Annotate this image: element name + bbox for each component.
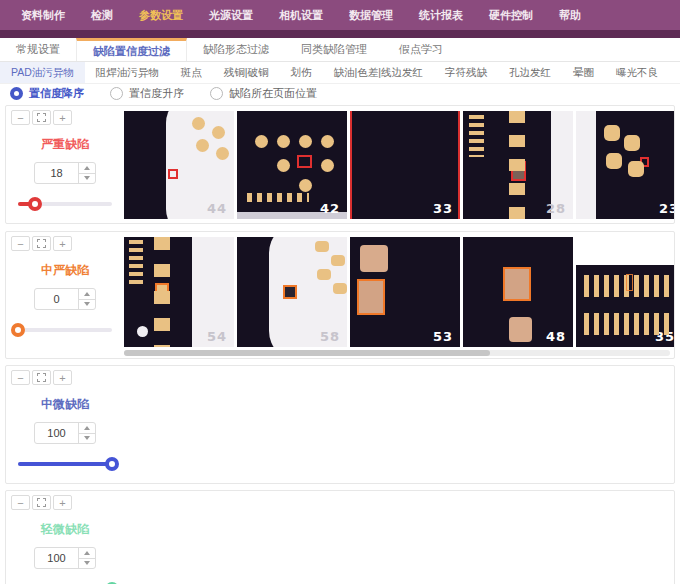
- scrollbar-thumb[interactable]: [124, 350, 490, 356]
- expand-button[interactable]: [32, 370, 51, 385]
- category-pad-oil[interactable]: PAD油污异物: [0, 62, 85, 83]
- category-hole-red[interactable]: 孔边发红: [498, 62, 562, 83]
- slider-handle[interactable]: [11, 323, 25, 337]
- category-soldermask-oil[interactable]: 阻焊油污异物: [85, 62, 170, 83]
- threshold-slider[interactable]: [18, 323, 112, 337]
- confidence-score: 53: [433, 329, 453, 344]
- spinner-down[interactable]: [79, 559, 95, 569]
- expand-icon: [37, 373, 46, 382]
- horizontal-scrollbar[interactable]: [124, 350, 670, 356]
- defect-thumbnail[interactable]: 28: [463, 111, 573, 219]
- menu-item-parameters[interactable]: 参数设置: [126, 8, 196, 23]
- spinner-up-icon: [84, 551, 90, 555]
- defect-thumbnail[interactable]: 42: [237, 111, 347, 219]
- expand-icon: [37, 239, 46, 248]
- collapse-button[interactable]: −: [11, 236, 30, 251]
- add-button[interactable]: +: [53, 110, 72, 125]
- spinner-up-icon: [84, 166, 90, 170]
- severe-control-panel: − + 严重缺陷 18: [6, 106, 124, 223]
- expand-button[interactable]: [32, 236, 51, 251]
- confidence-score: 54: [207, 329, 227, 344]
- defect-thumbnail[interactable]: 35: [576, 265, 675, 347]
- confidence-score: 33: [433, 201, 453, 216]
- category-scratch[interactable]: 划伤: [280, 62, 323, 83]
- category-copper-residue[interactable]: 残铜|破铜: [213, 62, 280, 83]
- menu-bar-strip: [0, 30, 680, 38]
- category-base-material[interactable]: 基材: [669, 62, 680, 83]
- spinner-down[interactable]: [79, 174, 95, 184]
- section-minor-defect: − + 轻微缺陷 100: [5, 490, 675, 584]
- threshold-input[interactable]: 100: [34, 422, 96, 444]
- spinner-up[interactable]: [79, 289, 95, 300]
- add-button[interactable]: +: [53, 370, 72, 385]
- expand-button[interactable]: [32, 495, 51, 510]
- category-missing-oil[interactable]: 缺油|色差|线边发红: [323, 62, 434, 83]
- radio-confidence-desc[interactable]: 置信度降序: [10, 86, 84, 101]
- threshold-input[interactable]: 100: [34, 547, 96, 569]
- threshold-input[interactable]: 0: [34, 288, 96, 310]
- medium-severe-thumbnails-area: 54 58 53 48 35: [124, 232, 674, 358]
- expand-button[interactable]: [32, 110, 51, 125]
- menu-item-inspect[interactable]: 检测: [78, 8, 126, 23]
- menu-item-help[interactable]: 帮助: [546, 8, 594, 23]
- defect-box-icon: [297, 155, 312, 168]
- slider-handle[interactable]: [105, 457, 119, 471]
- defect-box-icon: [503, 267, 531, 301]
- category-char-defect[interactable]: 字符残缺: [434, 62, 498, 83]
- threshold-input[interactable]: 18: [34, 162, 96, 184]
- menu-bar: 资料制作 检测 参数设置 光源设置 相机设置 数据管理 统计报表 硬件控制 帮助: [0, 0, 680, 30]
- menu-item-hardware[interactable]: 硬件控制: [476, 8, 546, 23]
- defect-box-icon: [155, 283, 169, 297]
- defect-thumbnail[interactable]: 33: [350, 111, 460, 219]
- defect-thumbnail[interactable]: 23: [576, 111, 675, 219]
- collapse-button[interactable]: −: [11, 495, 30, 510]
- confidence-score: 44: [207, 201, 227, 216]
- threshold-slider[interactable]: [18, 457, 112, 471]
- radio-confidence-asc[interactable]: 置信度升序: [110, 86, 184, 101]
- radio-icon: [110, 87, 123, 100]
- tab-general-settings[interactable]: 常规设置: [0, 38, 76, 61]
- category-exposure[interactable]: 曝光不良: [605, 62, 669, 83]
- tab-same-defect-manage[interactable]: 同类缺陷管理: [285, 38, 383, 61]
- defect-thumbnail[interactable]: 58: [237, 237, 347, 347]
- spinner-down[interactable]: [79, 434, 95, 444]
- slider-track[interactable]: [18, 328, 112, 332]
- severity-label: 轻微缺陷: [6, 521, 124, 538]
- menu-item-light[interactable]: 光源设置: [196, 8, 266, 23]
- defect-thumbnail[interactable]: 44: [124, 111, 234, 219]
- threshold-value[interactable]: 18: [35, 163, 78, 183]
- tab-confidence-filter[interactable]: 缺陷置信度过滤: [76, 38, 187, 61]
- defect-thumbnail[interactable]: 48: [463, 237, 573, 347]
- threshold-slider[interactable]: [18, 197, 112, 211]
- add-button[interactable]: +: [53, 236, 72, 251]
- add-button[interactable]: +: [53, 495, 72, 510]
- tab-shape-filter[interactable]: 缺陷形态过滤: [187, 38, 285, 61]
- category-spot[interactable]: 斑点: [170, 62, 213, 83]
- defect-thumbnail[interactable]: 53: [350, 237, 460, 347]
- spinner-down-icon: [84, 561, 90, 565]
- menu-item-material[interactable]: 资料制作: [8, 8, 78, 23]
- spinner-up[interactable]: [79, 548, 95, 559]
- spinner-down-icon: [84, 176, 90, 180]
- spinner: [78, 423, 95, 443]
- panel-mini-buttons: − +: [11, 110, 124, 125]
- defect-thumbnail[interactable]: 54: [124, 237, 234, 347]
- spinner-up[interactable]: [79, 163, 95, 174]
- spinner-up[interactable]: [79, 423, 95, 434]
- collapse-button[interactable]: −: [11, 110, 30, 125]
- category-halo[interactable]: 晕圈: [562, 62, 605, 83]
- menu-item-camera[interactable]: 相机设置: [266, 8, 336, 23]
- tab-false-point-learning[interactable]: 假点学习: [383, 38, 459, 61]
- radio-page-position[interactable]: 缺陷所在页面位置: [210, 86, 317, 101]
- radio-label: 置信度降序: [29, 86, 84, 101]
- threshold-value[interactable]: 100: [35, 548, 78, 568]
- threshold-value[interactable]: 100: [35, 423, 78, 443]
- confidence-score: 58: [320, 329, 340, 344]
- collapse-button[interactable]: −: [11, 370, 30, 385]
- threshold-value[interactable]: 0: [35, 289, 78, 309]
- menu-item-data[interactable]: 数据管理: [336, 8, 406, 23]
- spinner-down-icon: [84, 302, 90, 306]
- slider-handle[interactable]: [28, 197, 42, 211]
- menu-item-report[interactable]: 统计报表: [406, 8, 476, 23]
- spinner-down[interactable]: [79, 300, 95, 310]
